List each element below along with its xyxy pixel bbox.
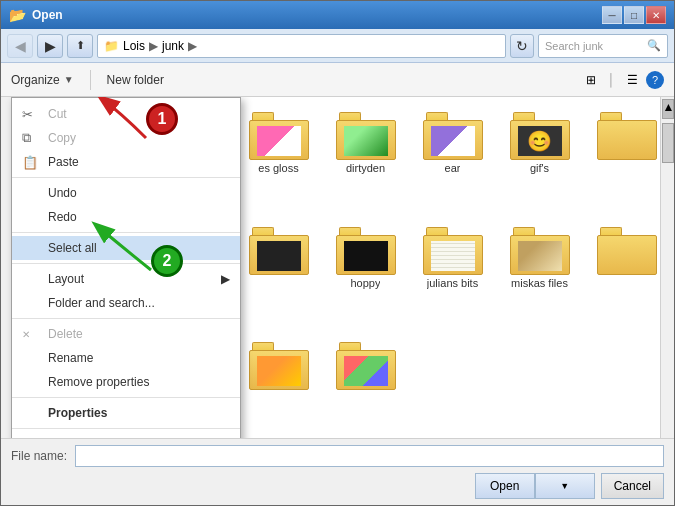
toolbar: Organize ▼ New folder ⊞ │ ☰ ?: [1, 63, 674, 97]
list-item[interactable]: [239, 220, 318, 327]
window-icon: 📂: [9, 7, 26, 23]
menu-close[interactable]: Close: [12, 432, 240, 438]
back-button[interactable]: ◀: [7, 34, 33, 58]
menu-redo-label: Redo: [48, 210, 77, 224]
menu-folder-search[interactable]: Folder and search...: [12, 291, 240, 315]
menu-rename-label: Rename: [48, 351, 93, 365]
menu-undo-label: Undo: [48, 186, 77, 200]
content-area: ✂ Cut ⧉ Copy 📋 Paste Undo Redo: [1, 97, 674, 438]
button-row: Open ▼ Cancel: [11, 473, 664, 499]
menu-cut-label: Cut: [48, 107, 67, 121]
search-bar[interactable]: Search junk 🔍: [538, 34, 668, 58]
forward-button[interactable]: ▶: [37, 34, 63, 58]
breadcrumb-sep2: ▶: [188, 39, 197, 53]
window-title: Open: [32, 8, 63, 22]
folder-label: ear: [445, 162, 461, 174]
menu-paste-label: Paste: [48, 155, 79, 169]
minimize-button[interactable]: ─: [602, 6, 622, 24]
menu-delete-label: Delete: [48, 327, 83, 341]
list-item[interactable]: [239, 335, 318, 430]
list-item[interactable]: [587, 105, 666, 212]
open-dropdown-arrow[interactable]: ▼: [535, 473, 595, 499]
organize-dropdown: ✂ Cut ⧉ Copy 📋 Paste Undo Redo: [11, 97, 241, 438]
breadcrumb[interactable]: 📁 Lois ▶ junk ▶: [97, 34, 506, 58]
menu-properties-label: Properties: [48, 406, 107, 420]
list-item[interactable]: hoppy: [326, 220, 405, 327]
new-folder-button[interactable]: New folder: [107, 73, 164, 87]
menu-sep-4: [12, 318, 240, 319]
folder-label: gif's: [530, 162, 549, 174]
menu-layout[interactable]: Layout ▶: [12, 267, 240, 291]
list-item[interactable]: [587, 220, 666, 327]
menu-remove-props-label: Remove properties: [48, 375, 149, 389]
nav-bar: ◀ ▶ ⬆ 📁 Lois ▶ junk ▶ ↻ Search junk 🔍: [1, 29, 674, 63]
view-icon-btn[interactable]: ⊞: [582, 71, 600, 89]
open-dialog: 📂 Open ─ □ ✕ ◀ ▶ ⬆ 📁 Lois ▶ junk ▶ ↻ Sea…: [0, 0, 675, 506]
menu-sep-6: [12, 428, 240, 429]
menu-paste[interactable]: 📋 Paste: [12, 150, 240, 174]
delete-icon: ✕: [22, 329, 30, 340]
menu-select-all[interactable]: Select all: [12, 236, 240, 260]
paste-icon: 📋: [22, 155, 38, 170]
menu-redo[interactable]: Redo: [12, 205, 240, 229]
list-item[interactable]: julians bits: [413, 220, 492, 327]
cut-icon: ✂: [22, 107, 33, 122]
menu-copy[interactable]: ⧉ Copy: [12, 126, 240, 150]
layout-arrow-icon: ▶: [221, 272, 230, 286]
view-sep-icon: │: [604, 71, 620, 89]
breadcrumb-sep1: ▶: [149, 39, 158, 53]
scrollbar[interactable]: ▲: [660, 97, 674, 438]
filename-row: File name:: [11, 445, 664, 467]
file-grid: es gloss dirtyden ear: [231, 97, 674, 438]
menu-properties[interactable]: Properties: [12, 401, 240, 425]
filename-label: File name:: [11, 449, 67, 463]
new-folder-label: New folder: [107, 73, 164, 87]
folder-label: dirtyden: [346, 162, 385, 174]
close-button[interactable]: ✕: [646, 6, 666, 24]
breadcrumb-icon: 📁: [104, 39, 119, 53]
bottom-bar: File name: Open ▼ Cancel: [1, 438, 674, 505]
folder-label: miskas files: [511, 277, 568, 289]
menu-sep-2: [12, 232, 240, 233]
breadcrumb-lois[interactable]: Lois: [123, 39, 145, 53]
organize-label: Organize: [11, 73, 60, 87]
help-button[interactable]: ?: [646, 71, 664, 89]
maximize-button[interactable]: □: [624, 6, 644, 24]
open-split-button[interactable]: Open ▼: [475, 473, 595, 499]
menu-sep-3: [12, 263, 240, 264]
folder-label: es gloss: [258, 162, 298, 174]
menu-layout-label: Layout: [48, 272, 84, 286]
menu-delete[interactable]: ✕ Delete: [12, 322, 240, 346]
menu-sep-1: [12, 177, 240, 178]
menu-close-label: Close: [48, 437, 79, 438]
folder-label: julians bits: [427, 277, 478, 289]
breadcrumb-junk[interactable]: junk: [162, 39, 184, 53]
menu-undo[interactable]: Undo: [12, 181, 240, 205]
organize-button[interactable]: Organize ▼: [11, 73, 74, 87]
menu-remove-props[interactable]: Remove properties: [12, 370, 240, 394]
list-item[interactable]: 😊 gif's: [500, 105, 579, 212]
menu-sep-5: [12, 397, 240, 398]
copy-icon: ⧉: [22, 130, 31, 146]
title-bar: 📂 Open ─ □ ✕: [1, 1, 674, 29]
up-button[interactable]: ⬆: [67, 34, 93, 58]
folder-label: hoppy: [351, 277, 381, 289]
menu-cut[interactable]: ✂ Cut: [12, 102, 240, 126]
search-placeholder: Search junk: [545, 40, 603, 52]
open-button[interactable]: Open: [475, 473, 535, 499]
list-item[interactable]: ear: [413, 105, 492, 212]
menu-select-all-label: Select all: [48, 241, 97, 255]
search-icon: 🔍: [647, 39, 661, 52]
refresh-button[interactable]: ↻: [510, 34, 534, 58]
menu-rename[interactable]: Rename: [12, 346, 240, 370]
organize-arrow-icon: ▼: [64, 74, 74, 85]
list-item[interactable]: es gloss: [239, 105, 318, 212]
list-item[interactable]: [326, 335, 405, 430]
filename-input[interactable]: [75, 445, 664, 467]
list-item[interactable]: miskas files: [500, 220, 579, 327]
view-list-btn[interactable]: ☰: [623, 71, 642, 89]
toolbar-separator: [90, 70, 91, 90]
menu-folder-search-label: Folder and search...: [48, 296, 155, 310]
list-item[interactable]: dirtyden: [326, 105, 405, 212]
cancel-button[interactable]: Cancel: [601, 473, 664, 499]
